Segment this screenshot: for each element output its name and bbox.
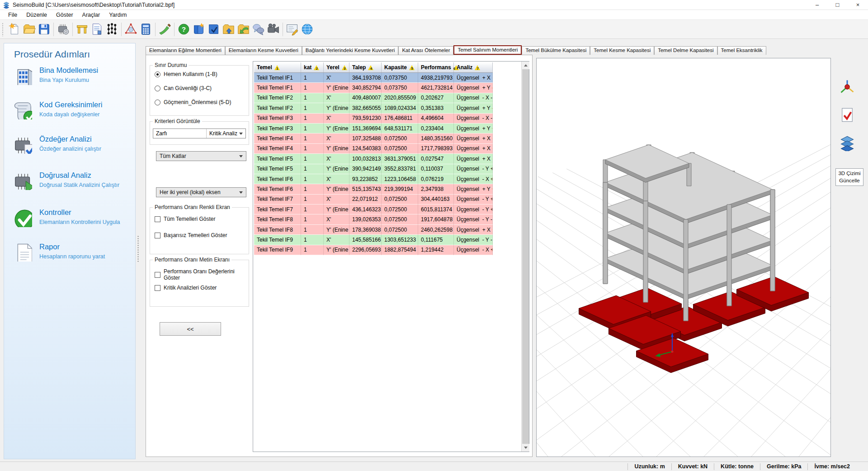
tab-8[interactable]: Temel Eksantriklik bbox=[717, 46, 766, 55]
frame-elements-icon[interactable] bbox=[75, 22, 90, 37]
tab-3[interactable]: Kat Arası Ötelemeler bbox=[398, 46, 453, 55]
tutorial-book-icon[interactable] bbox=[191, 22, 206, 37]
table-row-1[interactable]: Tekil Temel IF11Y' (Enine )340,8527940,0… bbox=[254, 83, 493, 93]
radio-icon[interactable] bbox=[155, 100, 160, 105]
open-folder-icon[interactable] bbox=[22, 22, 37, 37]
toolbar-grip[interactable] bbox=[2, 23, 4, 36]
axes-3d-icon[interactable] bbox=[837, 77, 857, 97]
structure-nodes-icon[interactable] bbox=[104, 22, 119, 37]
paint-brush-icon[interactable] bbox=[157, 22, 172, 37]
sidebar-item-label[interactable]: Özdeğer Analizi bbox=[39, 135, 92, 143]
folder-export-icon[interactable] bbox=[221, 22, 236, 37]
table-row-3[interactable]: Tekil Temel IF21Y' (Enine )382,665055108… bbox=[254, 103, 493, 113]
sidebar-item-label[interactable]: Doğrusal Analiz bbox=[39, 171, 91, 180]
sidebar-item-eigen-chip[interactable]: Özdeğer AnaliziÖzdeğer analizini çalıştı… bbox=[10, 134, 132, 161]
tab-4[interactable]: Temel Salınım Momentleri bbox=[453, 45, 522, 55]
table-row-7[interactable]: Tekil Temel IF41Y' (Enine )124,5403830,0… bbox=[254, 144, 493, 154]
menu-item-3[interactable]: Araçlar bbox=[78, 11, 105, 19]
table-row-5[interactable]: Tekil Temel IF31Y' (Enine )151,369694648… bbox=[254, 124, 493, 133]
column-header-4[interactable]: Kapasite5 bbox=[382, 62, 418, 72]
checkbox-text_display-1[interactable]: Kritik Analizleri Göster bbox=[155, 285, 217, 291]
sidebar-item-linear-chip[interactable]: Doğrusal AnalizDoğrusal Statik Analizini… bbox=[10, 170, 132, 197]
tab-5[interactable]: Temel Bükülme Kapasitesi bbox=[522, 46, 590, 55]
maximize-button[interactable]: □ bbox=[827, 0, 848, 10]
checkbox-icon[interactable] bbox=[155, 233, 160, 238]
radio-limit_state-1[interactable]: Can Güvenliği (3-C) bbox=[155, 85, 212, 91]
tab-7[interactable]: Temel Delme Kapasitesi bbox=[654, 46, 717, 55]
menu-item-1[interactable]: Düzenle bbox=[22, 11, 52, 19]
table-row-4[interactable]: Tekil Temel IF31X'793,591230176,4868114,… bbox=[254, 114, 493, 124]
checkbox-icon[interactable] bbox=[155, 272, 160, 278]
radio-icon[interactable] bbox=[155, 71, 160, 77]
table-row-9[interactable]: Tekil Temel IF51Y' (Enine )390,942149355… bbox=[254, 164, 493, 174]
column-header-6[interactable]: Analiz7 bbox=[454, 62, 493, 72]
table-row-2[interactable]: Tekil Temel IF21X'409,4800072020,8555090… bbox=[254, 93, 493, 103]
radio-limit_state-2[interactable]: Göçmenin_Önlenmesi (5-D) bbox=[155, 99, 231, 105]
floors-select[interactable]: Tüm Katlar bbox=[156, 151, 246, 161]
globe-icon[interactable] bbox=[300, 22, 315, 37]
table-row-17[interactable]: Tekil Temel IF91Y' (Enine )2296,05693018… bbox=[254, 245, 493, 255]
table-row-12[interactable]: Tekil Temel IF71X'22,0719120,072500304,4… bbox=[254, 195, 493, 205]
sidebar-item-label[interactable]: Kod Gereksinimleri bbox=[39, 100, 102, 109]
collapse-panel-button[interactable]: << bbox=[160, 322, 221, 336]
video-icon[interactable] bbox=[266, 22, 281, 37]
feedback-icon[interactable] bbox=[251, 22, 266, 37]
tab-6[interactable]: Temel Kesme Kapasitesi bbox=[590, 46, 654, 55]
minimize-button[interactable]: – bbox=[807, 0, 827, 10]
sidebar-item-label[interactable]: Bina Modellemesi bbox=[39, 66, 98, 75]
folder-import-icon[interactable] bbox=[236, 22, 251, 37]
table-row-13[interactable]: Tekil Temel IF71Y' (Enine )436,1463230,0… bbox=[254, 205, 493, 214]
checkbox-color_display-1[interactable]: Başarısız Temelleri Göster bbox=[155, 232, 227, 238]
table-row-10[interactable]: Tekil Temel IF61X'93,2238521223,1064580,… bbox=[254, 174, 493, 184]
tab-1[interactable]: Elemanların Kesme Kuvvetleri bbox=[225, 46, 302, 55]
table-row-8[interactable]: Tekil Temel IF51X'100,0328133631,3790510… bbox=[254, 154, 493, 164]
tab-2[interactable]: Bağlantı Yerlerindeki Kesme Kuvvetleri bbox=[302, 46, 399, 55]
radio-icon[interactable] bbox=[155, 86, 160, 91]
calculator-icon[interactable] bbox=[138, 22, 153, 37]
table-row-16[interactable]: Tekil Temel IF91X'145,5851661303,6512330… bbox=[254, 235, 493, 245]
menu-item-0[interactable]: File bbox=[4, 11, 22, 19]
checkbox-color_display-0[interactable]: Tüm Temelleri Göster bbox=[155, 216, 215, 222]
scroll-down-icon[interactable] bbox=[522, 444, 529, 452]
close-button[interactable]: × bbox=[848, 0, 868, 10]
model-view-icon[interactable] bbox=[123, 22, 138, 37]
sidebar-item-report-doc[interactable]: RaporHesapların raporunu yarat bbox=[10, 242, 132, 269]
processor-settings-icon[interactable] bbox=[56, 22, 71, 37]
table-row-15[interactable]: Tekil Temel IF81Y' (Enine )178,3690380,0… bbox=[254, 225, 493, 235]
apply-check-icon[interactable] bbox=[837, 105, 857, 125]
table-row-14[interactable]: Tekil Temel IF81X'139,0263530,0725001917… bbox=[254, 214, 493, 224]
tab-0[interactable]: Elemanların Eğilme Momentleri bbox=[146, 46, 225, 55]
scroll-up-icon[interactable] bbox=[522, 62, 529, 69]
checkbox-icon[interactable] bbox=[155, 285, 160, 291]
help-icon[interactable]: ? bbox=[176, 22, 191, 37]
critical-analysis-value[interactable]: Kritik Analiz bbox=[207, 129, 245, 138]
layers-icon[interactable] bbox=[837, 133, 857, 153]
criteria-combo[interactable]: Zarfı Kritik Analiz bbox=[153, 128, 246, 138]
column-header-0[interactable]: Temel1 bbox=[254, 62, 301, 72]
menu-item-4[interactable]: Yardım bbox=[104, 11, 131, 19]
table-row-6[interactable]: Tekil Temel IF41X'107,3254880,0725001480… bbox=[254, 133, 493, 143]
sidebar-item-label[interactable]: Rapor bbox=[39, 243, 60, 251]
column-header-1[interactable]: kat2 bbox=[301, 62, 324, 72]
menu-item-2[interactable]: Göster bbox=[52, 11, 78, 19]
update-3d-drawing-button[interactable]: 3D Çizimi Güncelle bbox=[835, 168, 863, 186]
verification-book-icon[interactable] bbox=[206, 22, 221, 37]
table-row-0[interactable]: Tekil Temel IF11X'364,1937080,0737504938… bbox=[254, 73, 493, 83]
checkbox-text_display-0[interactable]: Performans Oranı Değerlerini Göster bbox=[155, 268, 249, 281]
model-3d-viewport[interactable] bbox=[536, 58, 831, 457]
column-header-5[interactable]: Performans6 bbox=[418, 62, 454, 72]
save-icon[interactable] bbox=[37, 22, 52, 37]
column-header-2[interactable]: Yerel3 bbox=[324, 62, 349, 72]
checkbox-icon[interactable] bbox=[155, 216, 160, 222]
new-file-icon[interactable] bbox=[7, 22, 22, 37]
table-scrollbar[interactable] bbox=[521, 62, 529, 452]
sidebar-item-label[interactable]: Kontroller bbox=[39, 208, 71, 217]
edit-board-icon[interactable] bbox=[285, 22, 300, 37]
sidebar-item-checks[interactable]: KontrollerElemanların Kontrollerini Uygu… bbox=[10, 207, 132, 234]
scrollbar-thumb[interactable] bbox=[522, 69, 529, 444]
sidebar-item-building[interactable]: Bina ModellemesiBina Yapı Kurulumu bbox=[10, 65, 132, 92]
axes-select[interactable]: Her iki yerel (lokal) eksen bbox=[156, 187, 246, 197]
report-icon[interactable] bbox=[90, 22, 104, 37]
column-header-3[interactable]: Talep4 bbox=[349, 62, 382, 72]
table-row-11[interactable]: Tekil Temel IF61Y' (Enine )515,135743219… bbox=[254, 184, 493, 194]
